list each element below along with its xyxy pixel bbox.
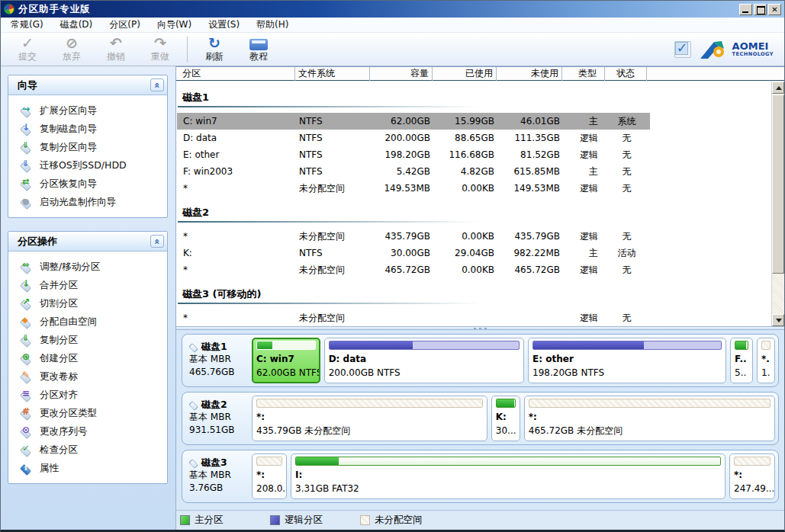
- sidebar-item-migrate-os[interactable]: 迁移OS到SSD/HDD: [8, 156, 167, 175]
- partition-block-e[interactable]: E: other 198.20GB NTFS: [528, 338, 726, 383]
- sidebar-item-copy-partition[interactable]: 复制分区: [8, 331, 167, 349]
- col-type[interactable]: 类型: [562, 67, 605, 81]
- disk3-row: 磁盘3 基本 MBR 3.76GB *: 208.0... I:: [182, 450, 779, 503]
- refresh-icon: ↻: [208, 35, 220, 50]
- discard-button[interactable]: ⊘ 放弃: [50, 34, 94, 65]
- sidebar-item-check-partition[interactable]: 检查分区: [8, 441, 167, 459]
- table-row[interactable]: C: win7 NTFS 62.00GB 15.99GB 46.01GB 主 系…: [177, 113, 650, 130]
- col-capacity[interactable]: 容量: [370, 67, 433, 81]
- sidebar-item-create-partition[interactable]: 创建分区: [8, 349, 167, 367]
- create-partition-icon: [20, 353, 31, 364]
- sidebar-item-properties[interactable]: 属性: [8, 459, 167, 477]
- table-scrollbar[interactable]: [771, 82, 784, 326]
- table-row[interactable]: K: NTFS 30.00GB 29.04GB 982.22MB 主 活动: [177, 245, 650, 261]
- menu-general[interactable]: 常规(G): [4, 17, 50, 33]
- scroll-down-icon[interactable]: [772, 314, 784, 326]
- disk1-info[interactable]: 磁盘1 基本 MBR 465.76GB: [185, 338, 248, 383]
- menu-help[interactable]: 帮助(H): [249, 17, 295, 33]
- brand-sub: TECHNOLOGY: [732, 51, 774, 57]
- copy-disk-icon: [20, 123, 31, 135]
- sidebar-item-partition-recovery-wizard[interactable]: 分区恢复向导: [8, 175, 167, 193]
- toolbar-right: AOMEI TECHNOLOGY: [674, 39, 780, 60]
- undo-icon: ↶: [110, 35, 122, 50]
- sidebar-item-split[interactable]: 切割分区: [8, 294, 167, 312]
- tutorial-button[interactable]: 教程: [236, 34, 281, 65]
- maximize-button[interactable]: [754, 4, 767, 15]
- aomei-logo: AOMEI TECHNOLOGY: [699, 39, 774, 60]
- legend-primary: 主分区: [180, 514, 270, 527]
- partition-block-k[interactable]: K: 30...: [491, 396, 520, 441]
- apply-button[interactable]: ✓ 提交: [5, 34, 50, 65]
- change-type-icon: [20, 408, 31, 419]
- usage-bar: [532, 341, 722, 350]
- sidebar-item-copy-partition-wizard[interactable]: 复制分区向导: [8, 138, 167, 156]
- undo-button[interactable]: ↶ 撤销: [94, 34, 138, 65]
- sidebar-item-change-label[interactable]: 更改卷标: [8, 367, 167, 386]
- toolbar: ✓ 提交 ⊘ 放弃 ↶ 撤销 ↷ 重做 ↻ 刷新 教程: [1, 33, 784, 66]
- redo-button[interactable]: ↷ 重做: [138, 34, 182, 65]
- aomei-logo-mark: [699, 39, 729, 60]
- sidebar: 向导 扩展分区向导 复制磁盘向导 复制分区向导 迁移O: [1, 66, 176, 530]
- scroll-up-icon[interactable]: [772, 82, 784, 94]
- col-partition[interactable]: 分区: [176, 67, 295, 81]
- partition-block-f[interactable]: F.. 5..: [730, 338, 753, 383]
- partition-ops-header: 分区操作: [8, 232, 167, 252]
- disk3-info[interactable]: 磁盘3 基本 MBR 3.76GB: [185, 453, 248, 499]
- collapse-icon[interactable]: [150, 235, 164, 248]
- col-used[interactable]: 已使用: [433, 67, 497, 81]
- sidebar-item-bootable-cd-wizard[interactable]: 启动光盘制作向导: [8, 193, 167, 211]
- disk-icon: [189, 458, 198, 467]
- scrollbar-thumb[interactable]: [772, 95, 784, 274]
- disk2-info[interactable]: 磁盘2 基本 MBR 931.51GB: [185, 396, 248, 441]
- col-unused[interactable]: 未使用: [497, 67, 562, 81]
- partition-block-unallocated[interactable]: *: 247.49...: [729, 453, 775, 499]
- redo-icon: ↷: [154, 35, 166, 50]
- partition-block-i[interactable]: I: 3.31GB FAT32: [291, 453, 725, 499]
- usage-bar: [256, 341, 316, 350]
- checkbox-icon[interactable]: [674, 41, 691, 58]
- menu-settings[interactable]: 设置(S): [201, 17, 246, 33]
- wizard-panel-header: 向导: [8, 75, 167, 95]
- usage-bar: [329, 341, 520, 350]
- menu-wizard[interactable]: 向导(W): [150, 17, 198, 33]
- table-row[interactable]: * 未分配空间 435.79GB 0.00KB 435.79GB 逻辑 无: [177, 228, 650, 245]
- menu-disk[interactable]: 磁盘(D): [53, 17, 100, 33]
- table-row[interactable]: * 未分配空间 逻辑 无: [177, 309, 650, 326]
- table-row[interactable]: * 未分配空间 465.72GB 0.00KB 465.72GB 逻辑 无: [177, 261, 650, 278]
- sidebar-item-merge[interactable]: 合并分区: [8, 276, 167, 294]
- menu-partition[interactable]: 分区(P): [102, 17, 147, 33]
- partition-table: 分区 文件系统 容量 已使用 未使用 类型 状态 磁盘1 C: win7: [176, 66, 784, 326]
- sidebar-item-copy-disk-wizard[interactable]: 复制磁盘向导: [8, 120, 167, 138]
- table-row[interactable]: D: data NTFS 200.00GB 88.65GB 111.35GB 逻…: [177, 130, 650, 146]
- sidebar-item-change-type[interactable]: 更改分区类型: [8, 404, 167, 422]
- partition-block-c[interactable]: C: win7 62.00GB NTFS: [252, 338, 320, 383]
- partition-block-d[interactable]: D: data 200.00GB NTFS: [324, 338, 524, 383]
- usage-bar: [256, 399, 483, 408]
- disk2-row: 磁盘2 基本 MBR 931.51GB *: 435.79GB 未分配空间 K:: [182, 392, 779, 445]
- table-row[interactable]: F: win2003 NTFS 5.42GB 4.82GB 615.85MB 主…: [177, 163, 650, 180]
- col-filesystem[interactable]: 文件系统: [295, 67, 370, 81]
- titlebar[interactable]: 分区助手专业版: [1, 1, 784, 18]
- sidebar-item-extend-partition-wizard[interactable]: 扩展分区向导: [8, 101, 167, 120]
- table-row[interactable]: * 未分配空间 149.53MB 0.00KB 149.53MB 逻辑 无: [177, 180, 650, 197]
- change-label-icon: [20, 371, 31, 383]
- collapse-icon[interactable]: [150, 79, 164, 91]
- disk-icon: [189, 400, 198, 409]
- partition-block-unallocated[interactable]: *. 1.: [757, 338, 775, 383]
- minimize-button[interactable]: [739, 4, 752, 15]
- usage-bar: [734, 457, 771, 466]
- partition-block-unallocated[interactable]: *: 208.0...: [252, 453, 287, 499]
- sidebar-item-allocate-free-space[interactable]: 分配自由空间: [8, 312, 167, 331]
- table-row[interactable]: E: other NTFS 198.20GB 116.68GB 81.52GB …: [177, 146, 650, 163]
- close-button[interactable]: [768, 4, 781, 15]
- sidebar-item-partition-align[interactable]: 分区对齐: [8, 386, 167, 404]
- partition-block-unallocated[interactable]: *: 465.72GB 未分配空间: [524, 396, 775, 441]
- sidebar-item-change-serial[interactable]: 更改序列号: [8, 422, 167, 441]
- partition-block-unallocated[interactable]: *: 435.79GB 未分配空间: [252, 396, 487, 441]
- disk3-group: 磁盘3 (可移动的) * 未分配空间 逻辑 无: [177, 287, 771, 326]
- sidebar-item-resize-move[interactable]: 调整/移动分区: [8, 258, 167, 276]
- refresh-button[interactable]: ↻ 刷新: [192, 34, 236, 65]
- main-area: 分区 文件系统 容量 已使用 未使用 类型 状态 磁盘1 C: win7: [176, 66, 784, 530]
- tutorial-book-icon: [249, 39, 268, 50]
- col-status[interactable]: 状态: [605, 67, 647, 81]
